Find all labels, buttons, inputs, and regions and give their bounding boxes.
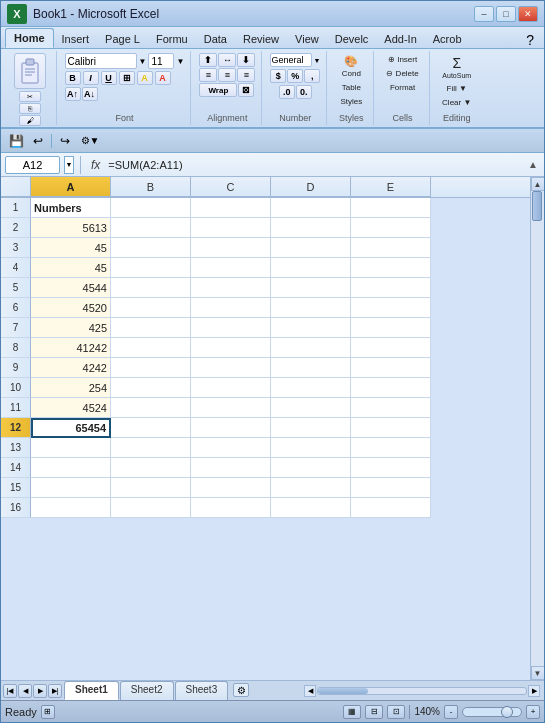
- cell-a14[interactable]: [31, 458, 111, 478]
- cell-d16[interactable]: [271, 498, 351, 518]
- col-header-d[interactable]: D: [271, 177, 351, 197]
- cell-a13[interactable]: [31, 438, 111, 458]
- page-break-view-button[interactable]: ⊡: [387, 705, 405, 719]
- cell-d10[interactable]: [271, 378, 351, 398]
- cell-e15[interactable]: [351, 478, 431, 498]
- cell-e11[interactable]: [351, 398, 431, 418]
- tab-view[interactable]: View: [287, 30, 327, 48]
- cell-e13[interactable]: [351, 438, 431, 458]
- scroll-up-button[interactable]: ▲: [531, 177, 545, 191]
- cell-b1[interactable]: [111, 198, 191, 218]
- row-header-1[interactable]: 1: [1, 198, 31, 218]
- scroll-track[interactable]: [531, 191, 545, 666]
- cell-d8[interactable]: [271, 338, 351, 358]
- cell-d12[interactable]: [271, 418, 351, 438]
- ribbon-collapse-button[interactable]: ?: [520, 32, 540, 48]
- cell-c2[interactable]: [191, 218, 271, 238]
- formula-input[interactable]: [108, 156, 522, 174]
- currency-button[interactable]: $: [270, 69, 286, 83]
- restore-button[interactable]: □: [496, 6, 516, 22]
- cell-b4[interactable]: [111, 258, 191, 278]
- cell-b9[interactable]: [111, 358, 191, 378]
- fill-button[interactable]: Fill ▼: [443, 82, 471, 95]
- cell-e4[interactable]: [351, 258, 431, 278]
- row-header-8[interactable]: 8: [1, 338, 31, 358]
- row-header-16[interactable]: 16: [1, 498, 31, 518]
- merge-button[interactable]: ⊠: [238, 83, 254, 97]
- wrap-text-button[interactable]: Wrap: [199, 83, 237, 97]
- cell-e3[interactable]: [351, 238, 431, 258]
- border-button[interactable]: ⊞: [119, 71, 135, 85]
- cell-e10[interactable]: [351, 378, 431, 398]
- save-button[interactable]: 💾: [7, 132, 25, 150]
- cell-d2[interactable]: [271, 218, 351, 238]
- format-cells-button[interactable]: Format: [386, 81, 419, 94]
- cell-b16[interactable]: [111, 498, 191, 518]
- delete-cells-button[interactable]: ⊖ Delete: [382, 67, 422, 80]
- cell-c14[interactable]: [191, 458, 271, 478]
- clear-button[interactable]: Clear ▼: [438, 96, 475, 109]
- cell-a8[interactable]: 41242: [31, 338, 111, 358]
- hscroll-thumb[interactable]: [318, 688, 368, 694]
- cell-a2[interactable]: 5613: [31, 218, 111, 238]
- sheet-first-button[interactable]: |◀: [3, 684, 17, 698]
- cell-c12[interactable]: [191, 418, 271, 438]
- cell-b3[interactable]: [111, 238, 191, 258]
- bold-button[interactable]: B: [65, 71, 81, 85]
- col-header-b[interactable]: B: [111, 177, 191, 197]
- cell-c10[interactable]: [191, 378, 271, 398]
- cell-b12[interactable]: [111, 418, 191, 438]
- font-size-dropdown[interactable]: ▼: [176, 57, 184, 66]
- cell-c6[interactable]: [191, 298, 271, 318]
- cell-a3[interactable]: 45: [31, 238, 111, 258]
- align-middle-button[interactable]: ↔: [218, 53, 236, 67]
- cell-a12[interactable]: 65454: [31, 418, 111, 438]
- sheet-tab-sheet3[interactable]: Sheet3: [175, 681, 229, 700]
- cell-e5[interactable]: [351, 278, 431, 298]
- font-color-button[interactable]: A: [155, 71, 171, 85]
- align-left-button[interactable]: ≡: [199, 68, 217, 82]
- cell-c11[interactable]: [191, 398, 271, 418]
- cut-button[interactable]: ✂: [19, 91, 41, 102]
- name-box-dropdown[interactable]: ▼: [64, 156, 74, 174]
- minimize-button[interactable]: –: [474, 6, 494, 22]
- cell-b15[interactable]: [111, 478, 191, 498]
- cell-b2[interactable]: [111, 218, 191, 238]
- row-header-7[interactable]: 7: [1, 318, 31, 338]
- tab-developer[interactable]: Develc: [327, 30, 377, 48]
- cell-b13[interactable]: [111, 438, 191, 458]
- copy-button[interactable]: ⎘: [19, 103, 41, 114]
- underline-button[interactable]: U: [101, 71, 117, 85]
- cell-d13[interactable]: [271, 438, 351, 458]
- cell-e14[interactable]: [351, 458, 431, 478]
- row-header-6[interactable]: 6: [1, 298, 31, 318]
- scroll-thumb[interactable]: [532, 191, 542, 221]
- cell-b10[interactable]: [111, 378, 191, 398]
- conditional-format-button[interactable]: 🎨 Cond: [338, 53, 365, 80]
- font-size-input[interactable]: [148, 53, 174, 69]
- cell-c15[interactable]: [191, 478, 271, 498]
- row-header-10[interactable]: 10: [1, 378, 31, 398]
- cell-c16[interactable]: [191, 498, 271, 518]
- corner-cell[interactable]: [1, 177, 31, 197]
- cell-e1[interactable]: [351, 198, 431, 218]
- formula-expand-button[interactable]: ▲: [526, 156, 540, 174]
- sheet-prev-button[interactable]: ◀: [18, 684, 32, 698]
- cell-c3[interactable]: [191, 238, 271, 258]
- col-header-e[interactable]: E: [351, 177, 431, 197]
- cell-e7[interactable]: [351, 318, 431, 338]
- row-header-13[interactable]: 13: [1, 438, 31, 458]
- row-header-9[interactable]: 9: [1, 358, 31, 378]
- cell-b5[interactable]: [111, 278, 191, 298]
- format-painter-button[interactable]: 🖌: [19, 115, 41, 126]
- cell-e8[interactable]: [351, 338, 431, 358]
- cell-d4[interactable]: [271, 258, 351, 278]
- cell-e9[interactable]: [351, 358, 431, 378]
- comma-button[interactable]: ,: [304, 69, 320, 83]
- tab-formulas[interactable]: Formu: [148, 30, 196, 48]
- number-format-dropdown[interactable]: ▼: [313, 57, 320, 64]
- close-button[interactable]: ✕: [518, 6, 538, 22]
- cell-c1[interactable]: [191, 198, 271, 218]
- increase-decimal-button[interactable]: .0: [279, 85, 295, 99]
- hscroll-track[interactable]: [317, 687, 527, 695]
